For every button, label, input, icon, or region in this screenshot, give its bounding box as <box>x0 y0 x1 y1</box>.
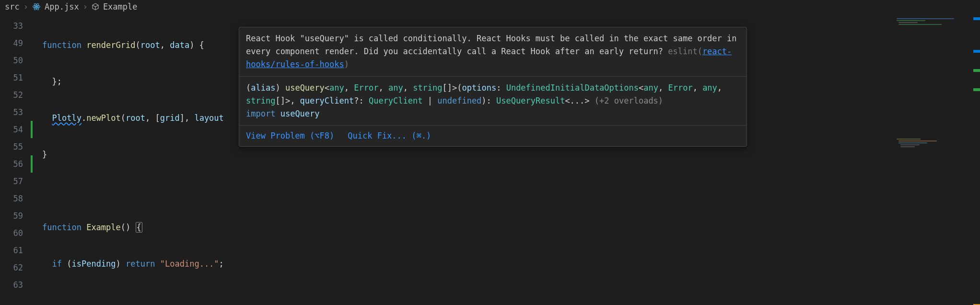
line-number: 62 <box>0 259 31 276</box>
line-number: 57 <box>0 173 31 190</box>
line-number: 55 <box>0 138 31 155</box>
line-number: 63 <box>0 276 31 293</box>
ruler-add-marker <box>973 69 980 72</box>
symbol-cube-icon <box>92 3 99 11</box>
code-line[interactable]: if (isPending) return "Loading..."; <box>31 255 980 272</box>
line-number: 61 <box>0 242 31 259</box>
line-number: 50 <box>0 52 31 69</box>
code-line[interactable] <box>31 292 980 305</box>
svg-point-0 <box>35 6 37 8</box>
chevron-right-icon: › <box>83 2 88 12</box>
quick-fix-action[interactable]: Quick Fix... (⌘.) <box>348 129 431 142</box>
line-number: 56 <box>0 155 31 173</box>
hover-actions: View Problem (⌥F8) Quick Fix... (⌘.) <box>239 126 747 146</box>
react-icon <box>32 2 41 11</box>
breadcrumb-file[interactable]: App.jsx <box>45 2 79 12</box>
line-number: 49 <box>0 35 31 52</box>
line-number: 59 <box>0 207 31 224</box>
breadcrumb-symbol[interactable]: Example <box>103 2 138 12</box>
hover-diagnostic-widget: React Hook "useQuery" is called conditio… <box>239 27 747 147</box>
minimap[interactable] <box>894 16 980 305</box>
code-line[interactable] <box>31 182 980 199</box>
code-line[interactable]: function Example() { <box>31 219 980 236</box>
breadcrumb: src › App.jsx › Example <box>0 0 980 13</box>
line-number: 52 <box>0 86 31 104</box>
breadcrumb-folder[interactable]: src <box>5 2 20 12</box>
line-number: 58 <box>0 190 31 207</box>
ruler-info-marker <box>973 17 980 20</box>
ruler-info-marker <box>973 50 980 53</box>
line-number: 60 <box>0 224 31 242</box>
line-number: 53 <box>0 104 31 121</box>
diagnostic-message: React Hook "useQuery" is called conditio… <box>239 27 747 77</box>
line-number: 54 <box>0 121 31 138</box>
view-problem-action[interactable]: View Problem (⌥F8) <box>246 129 334 142</box>
type-signature: (alias) useQuery<any, Error, any, string… <box>239 77 747 126</box>
ruler-add-marker <box>973 88 980 91</box>
chevron-right-icon: › <box>23 2 28 12</box>
overview-ruler[interactable] <box>973 16 980 305</box>
line-number-gutter: 33 49 50 51 52 53 54 55 56 57 58 59 60 6… <box>0 13 31 302</box>
line-number: 33 <box>0 17 31 35</box>
code-line[interactable]: } <box>31 146 980 163</box>
line-number: 51 <box>0 69 31 86</box>
